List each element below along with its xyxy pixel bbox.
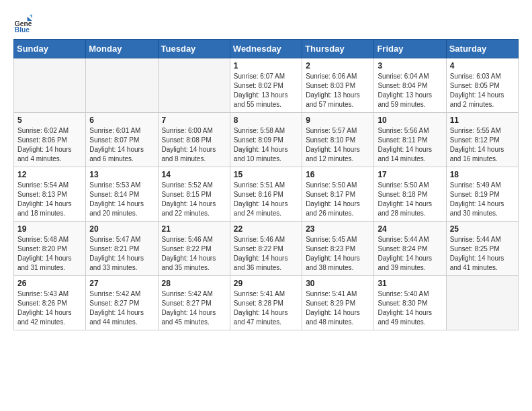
calendar-cell: 31Sunrise: 5:40 AM Sunset: 8:30 PM Dayli… [374, 276, 446, 330]
day-number: 15 [234, 170, 298, 179]
day-number: 25 [450, 224, 515, 234]
day-info: Sunrise: 5:43 AM Sunset: 8:26 PM Dayligh… [17, 289, 82, 327]
day-number: 12 [17, 170, 82, 179]
day-info: Sunrise: 6:02 AM Sunset: 8:06 PM Dayligh… [17, 126, 82, 164]
day-info: Sunrise: 5:46 AM Sunset: 8:22 PM Dayligh… [234, 235, 298, 273]
day-of-week-header: Wednesday [230, 40, 302, 58]
calendar-cell: 21Sunrise: 5:46 AM Sunset: 8:22 PM Dayli… [158, 222, 230, 276]
day-info: Sunrise: 5:47 AM Sunset: 8:21 PM Dayligh… [89, 235, 154, 273]
day-info: Sunrise: 5:41 AM Sunset: 8:28 PM Dayligh… [234, 289, 298, 327]
day-number: 29 [234, 279, 298, 288]
day-info: Sunrise: 5:52 AM Sunset: 8:15 PM Dayligh… [162, 181, 226, 218]
calendar-cell: 18Sunrise: 5:49 AM Sunset: 8:19 PM Dayli… [446, 167, 518, 222]
calendar-cell: 29Sunrise: 5:41 AM Sunset: 8:28 PM Dayli… [230, 276, 302, 330]
calendar-cell: 4Sunrise: 6:03 AM Sunset: 8:05 PM Daylig… [446, 58, 518, 113]
calendar-cell: 13Sunrise: 5:53 AM Sunset: 8:14 PM Dayli… [86, 167, 158, 222]
calendar-cell: 2Sunrise: 6:06 AM Sunset: 8:03 PM Daylig… [302, 58, 374, 113]
calendar-cell: 16Sunrise: 5:50 AM Sunset: 8:17 PM Dayli… [302, 167, 374, 222]
day-info: Sunrise: 5:45 AM Sunset: 8:23 PM Dayligh… [306, 235, 370, 273]
day-number: 10 [378, 116, 442, 125]
day-of-week-header: Saturday [446, 40, 518, 58]
day-of-week-header: Tuesday [158, 40, 230, 58]
calendar-body: 1Sunrise: 6:07 AM Sunset: 8:02 PM Daylig… [14, 58, 519, 330]
calendar-cell: 15Sunrise: 5:51 AM Sunset: 8:16 PM Dayli… [230, 167, 302, 222]
day-number: 21 [162, 224, 226, 234]
day-info: Sunrise: 6:07 AM Sunset: 8:02 PM Dayligh… [234, 72, 298, 109]
calendar-cell [86, 58, 158, 113]
day-info: Sunrise: 6:00 AM Sunset: 8:08 PM Dayligh… [162, 126, 226, 164]
day-number: 27 [89, 279, 154, 288]
day-of-week-header: Friday [374, 40, 446, 58]
logo-icon: General Blue [13, 13, 32, 32]
day-info: Sunrise: 5:56 AM Sunset: 8:11 PM Dayligh… [378, 126, 442, 164]
page-header: General Blue [13, 13, 519, 32]
day-number: 31 [378, 279, 442, 288]
calendar-cell: 24Sunrise: 5:44 AM Sunset: 8:24 PM Dayli… [374, 222, 446, 276]
calendar-cell: 17Sunrise: 5:50 AM Sunset: 8:18 PM Dayli… [374, 167, 446, 222]
day-info: Sunrise: 5:40 AM Sunset: 8:30 PM Dayligh… [378, 289, 442, 327]
calendar-cell: 9Sunrise: 5:57 AM Sunset: 8:10 PM Daylig… [302, 113, 374, 167]
day-number: 13 [89, 170, 154, 179]
calendar-cell: 26Sunrise: 5:43 AM Sunset: 8:26 PM Dayli… [14, 276, 86, 330]
day-number: 4 [450, 61, 515, 71]
calendar-table: SundayMondayTuesdayWednesdayThursdayFrid… [13, 39, 519, 330]
calendar-cell: 30Sunrise: 5:41 AM Sunset: 8:29 PM Dayli… [302, 276, 374, 330]
calendar-header: SundayMondayTuesdayWednesdayThursdayFrid… [14, 40, 519, 58]
calendar-cell: 11Sunrise: 5:55 AM Sunset: 8:12 PM Dayli… [446, 113, 518, 167]
day-info: Sunrise: 5:55 AM Sunset: 8:12 PM Dayligh… [450, 126, 515, 164]
day-number: 7 [162, 116, 226, 125]
logo: General Blue [13, 13, 35, 32]
day-info: Sunrise: 5:42 AM Sunset: 8:27 PM Dayligh… [162, 289, 226, 327]
calendar-cell: 28Sunrise: 5:42 AM Sunset: 8:27 PM Dayli… [158, 276, 230, 330]
calendar-cell: 6Sunrise: 6:01 AM Sunset: 8:07 PM Daylig… [86, 113, 158, 167]
calendar-week-row: 26Sunrise: 5:43 AM Sunset: 8:26 PM Dayli… [14, 276, 519, 330]
day-number: 24 [378, 224, 442, 234]
day-info: Sunrise: 5:44 AM Sunset: 8:25 PM Dayligh… [450, 235, 515, 273]
calendar-cell: 25Sunrise: 5:44 AM Sunset: 8:25 PM Dayli… [446, 222, 518, 276]
day-number: 11 [450, 116, 515, 125]
calendar-cell [14, 58, 86, 113]
day-number: 6 [89, 116, 154, 125]
calendar-week-row: 5Sunrise: 6:02 AM Sunset: 8:06 PM Daylig… [14, 113, 519, 167]
calendar-cell: 8Sunrise: 5:58 AM Sunset: 8:09 PM Daylig… [230, 113, 302, 167]
day-number: 30 [306, 279, 370, 288]
day-number: 26 [17, 279, 82, 288]
day-info: Sunrise: 5:50 AM Sunset: 8:17 PM Dayligh… [306, 181, 370, 218]
day-number: 16 [306, 170, 370, 179]
day-info: Sunrise: 6:01 AM Sunset: 8:07 PM Dayligh… [89, 126, 154, 164]
svg-marker-3 [30, 15, 32, 19]
day-info: Sunrise: 5:48 AM Sunset: 8:20 PM Dayligh… [17, 235, 82, 273]
day-number: 18 [450, 170, 515, 179]
calendar-cell: 12Sunrise: 5:54 AM Sunset: 8:13 PM Dayli… [14, 167, 86, 222]
day-info: Sunrise: 5:46 AM Sunset: 8:22 PM Dayligh… [162, 235, 226, 273]
day-info: Sunrise: 6:06 AM Sunset: 8:03 PM Dayligh… [306, 72, 370, 109]
day-of-week-header: Sunday [14, 40, 86, 58]
day-number: 2 [306, 61, 370, 71]
day-number: 1 [234, 61, 298, 71]
day-info: Sunrise: 5:50 AM Sunset: 8:18 PM Dayligh… [378, 181, 442, 218]
calendar-cell: 14Sunrise: 5:52 AM Sunset: 8:15 PM Dayli… [158, 167, 230, 222]
day-info: Sunrise: 5:57 AM Sunset: 8:10 PM Dayligh… [306, 126, 370, 164]
day-info: Sunrise: 5:41 AM Sunset: 8:29 PM Dayligh… [306, 289, 370, 327]
header-row: SundayMondayTuesdayWednesdayThursdayFrid… [14, 40, 519, 58]
calendar-cell: 22Sunrise: 5:46 AM Sunset: 8:22 PM Dayli… [230, 222, 302, 276]
calendar-cell: 19Sunrise: 5:48 AM Sunset: 8:20 PM Dayli… [14, 222, 86, 276]
day-info: Sunrise: 5:54 AM Sunset: 8:13 PM Dayligh… [17, 181, 82, 218]
calendar-cell: 7Sunrise: 6:00 AM Sunset: 8:08 PM Daylig… [158, 113, 230, 167]
day-number: 3 [378, 61, 442, 71]
day-info: Sunrise: 6:03 AM Sunset: 8:05 PM Dayligh… [450, 72, 515, 109]
calendar-cell: 20Sunrise: 5:47 AM Sunset: 8:21 PM Dayli… [86, 222, 158, 276]
calendar-cell: 10Sunrise: 5:56 AM Sunset: 8:11 PM Dayli… [374, 113, 446, 167]
calendar-cell [446, 276, 518, 330]
calendar-cell: 5Sunrise: 6:02 AM Sunset: 8:06 PM Daylig… [14, 113, 86, 167]
day-info: Sunrise: 5:42 AM Sunset: 8:27 PM Dayligh… [89, 289, 154, 327]
day-number: 17 [378, 170, 442, 179]
day-number: 8 [234, 116, 298, 125]
day-info: Sunrise: 5:58 AM Sunset: 8:09 PM Dayligh… [234, 126, 298, 164]
day-number: 5 [17, 116, 82, 125]
calendar-cell: 27Sunrise: 5:42 AM Sunset: 8:27 PM Dayli… [86, 276, 158, 330]
day-info: Sunrise: 5:49 AM Sunset: 8:19 PM Dayligh… [450, 181, 515, 218]
day-info: Sunrise: 6:04 AM Sunset: 8:04 PM Dayligh… [378, 72, 442, 109]
calendar-week-row: 19Sunrise: 5:48 AM Sunset: 8:20 PM Dayli… [14, 222, 519, 276]
calendar-cell: 23Sunrise: 5:45 AM Sunset: 8:23 PM Dayli… [302, 222, 374, 276]
